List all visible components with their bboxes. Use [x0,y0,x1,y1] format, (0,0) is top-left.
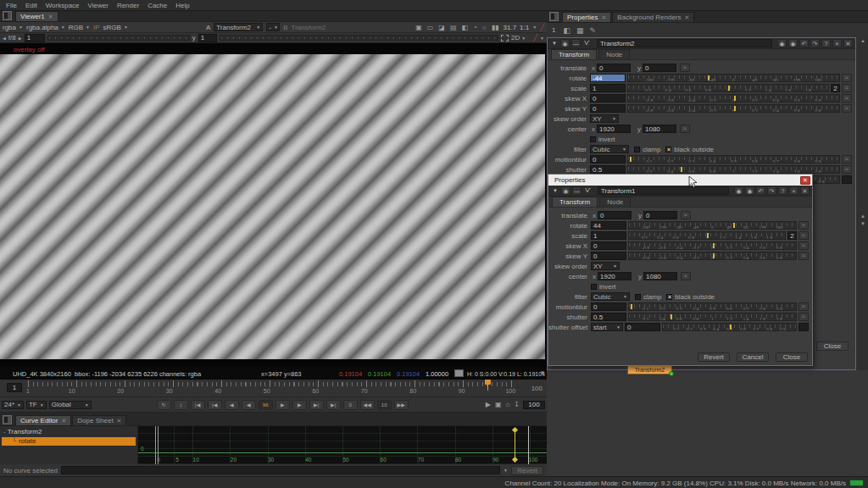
slider-handle[interactable] [713,253,715,258]
shutter-slider[interactable]: 0.20.40.60.811.21.41.61.8 [628,313,797,321]
close-button[interactable]: Close [776,352,808,362]
menu-workspace[interactable]: Workspace [42,2,84,9]
center-x-field[interactable]: 1920 [597,125,631,133]
filter-select[interactable]: Cubic▼ [590,145,629,153]
center-node-icon[interactable]: ⌖ [789,186,798,195]
zoom-level[interactable]: 1:1 [520,24,529,31]
skew-x-slider[interactable]: -0.8-0.6-0.4-0.200.20.40.60.8 [628,241,797,250]
scale-dimensions-toggle[interactable]: 2 [787,231,797,240]
menu-help[interactable]: Help [171,2,193,9]
filter-select[interactable]: Cubic▼ [591,292,630,301]
translate-y-field[interactable]: 0 [643,64,676,72]
close-window-button[interactable]: ✕ [800,176,810,185]
info-expand-icon[interactable]: ▼ [540,370,545,375]
scale-field[interactable]: 1 [590,84,626,92]
translate-x-field[interactable]: 0 [598,211,632,219]
shutter-slider[interactable]: 0.20.40.60.811.21.41.61.8 [627,165,840,174]
revert-button[interactable]: Revert [698,352,730,362]
motionblur-field[interactable]: 0 [591,302,626,311]
tab-dope-sheet[interactable]: Dope Sheet✕ [72,415,126,425]
clamp-checkbox[interactable] [634,147,640,152]
gamma-field[interactable]: 1 [198,34,217,42]
animation-curve-icon[interactable]: ≈ [798,252,809,260]
region-icon[interactable] [501,35,509,42]
skew-y-slider[interactable]: -0.8-0.6-0.4-0.200.20.40.60.8 [627,104,840,113]
alpha-select[interactable]: rgba.alpha▼ [26,24,65,31]
gamma-slider[interactable] [220,35,498,41]
tf-select[interactable]: TF▼ [26,401,47,409]
motionblur-slider[interactable]: 0.10.20.30.40.50.60.70.80.9 [628,302,797,311]
node-color-icon[interactable]: Ѵ [582,39,592,47]
gain-icon[interactable]: ▣ [415,24,423,31]
undo-icon[interactable]: ↶ [756,186,765,195]
undo-icon[interactable]: ↶ [799,39,809,47]
animation-curve-icon[interactable]: ≈ [798,231,809,240]
skew-x-field[interactable]: 0 [590,94,626,103]
curve-tree-channel-selected[interactable]: └ rotate [2,437,136,446]
tab-viewer1[interactable]: Viewer1✕ [15,11,58,21]
motionblur-slider[interactable]: 0.10.20.30.40.50.60.70.80.9 [627,155,840,164]
fps-select[interactable]: 24*▼ [2,401,24,409]
close-panel-icon[interactable]: ✕ [843,39,853,47]
skew-x-field[interactable]: 0 [591,241,626,250]
fit-range-icon[interactable]: ↧ [513,401,520,408]
current-frame-field[interactable]: 96 [259,400,273,410]
timeline-ruler[interactable]: 1 1102030405060708090100 100 [0,380,547,397]
next-icon[interactable]: ▶ [19,36,22,41]
close-icon[interactable]: ✕ [601,14,606,21]
prev-keyframe-icon[interactable]: |◀ [208,400,222,410]
shutter-offset-slider[interactable]: 0.10.20.30.40.50.60.70.80.9 [662,323,797,331]
channels-icon[interactable]: ◉ [561,186,570,195]
slider-handle[interactable] [730,324,732,330]
tab-properties[interactable]: Properties✕ [562,12,611,22]
lock-panels-icon[interactable]: ◧ [563,26,570,35]
skew-y-field[interactable]: 0 [591,252,626,260]
tab-node[interactable]: Node [599,197,631,207]
float-panel-icon[interactable]: ◉ [777,39,787,47]
display-channel-select[interactable]: RGB▼ [69,24,90,31]
proxy-icon[interactable]: ◔ [472,24,478,31]
transform2-title-field[interactable]: Transform2 [597,39,772,47]
goto-start-icon[interactable]: |◀ [191,400,205,410]
lut-select[interactable]: sRGB▼ [103,24,128,31]
gain-slider[interactable] [47,35,190,41]
menu-edit[interactable]: Edit [21,2,42,9]
roi-icon[interactable]: ◧ [460,24,469,31]
menu-viewer[interactable]: Viewer [84,2,113,9]
close-button[interactable]: Close [816,341,849,351]
sample-icon[interactable]: ╱ [540,24,544,31]
rotate-field[interactable]: 44 [591,221,626,230]
range-end-field[interactable]: 100 [523,401,545,409]
edit-icon[interactable]: ✎ [589,26,596,35]
clear-panels-icon[interactable]: ▦ [576,26,584,35]
view-mode-select[interactable]: 2D▼ [511,34,526,42]
black-outside-checkbox[interactable]: ✕ [666,294,672,300]
animation-curve-icon[interactable]: ≈ [842,165,852,174]
playback-mode-icon[interactable]: ↻ [157,400,171,410]
downrez-label[interactable]: f/8 [8,34,16,42]
lock-range-icon[interactable]: ⌂ [504,401,510,408]
layer-select[interactable]: rgba▼ [3,24,23,31]
curve-graph[interactable]: 051020304050607080901000 [138,426,547,464]
animation-curve-icon[interactable]: ≈ [798,221,809,230]
node-color-icon[interactable]: Ѵ [583,186,593,195]
range-select[interactable]: Global▼ [49,401,92,409]
color-swatch-icon[interactable]: ◉ [788,39,798,47]
scroll-down-icon[interactable]: ▼ [860,221,865,226]
curve-tree-node[interactable]: - Transform2 [3,428,42,435]
slider-handle[interactable] [708,75,709,80]
jump-forward-icon[interactable]: ▶▶ [394,400,409,410]
tab-node[interactable]: Node [598,49,630,59]
node-graph[interactable] [547,370,868,476]
animation-curve-icon[interactable]: ≈ [680,125,690,133]
play-forward-icon[interactable]: ▶ [292,400,307,410]
render-icon[interactable]: ▣ [494,401,503,408]
flipbook-icon[interactable]: ▶ [485,401,492,408]
channels-icon[interactable]: ◉ [560,39,570,47]
animation-curve-icon[interactable]: ≈ [842,104,852,113]
a-input-select[interactable]: Transform2▼ [214,23,263,31]
goto-end-icon[interactable]: ▶| [326,400,341,410]
gain-field[interactable]: 1 [25,34,45,42]
color-swatch-icon[interactable]: ◉ [745,186,754,195]
scale-dimensions-toggle[interactable]: 2 [831,84,840,92]
